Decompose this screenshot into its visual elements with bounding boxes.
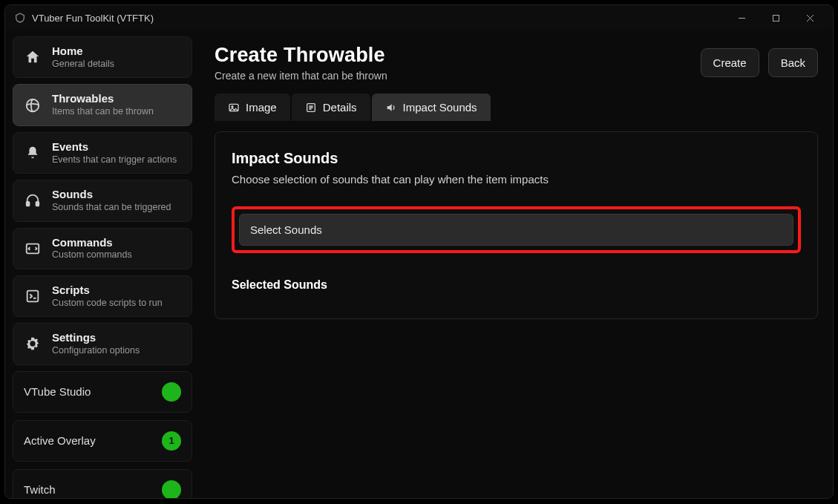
tab-image[interactable]: Image bbox=[215, 94, 290, 121]
nav-sublabel: Events that can trigger actions bbox=[52, 154, 177, 166]
page-subtitle: Create a new item that can be thrown bbox=[215, 70, 387, 82]
close-button[interactable] bbox=[793, 5, 827, 30]
nav-label: Throwables bbox=[52, 92, 154, 106]
window-buttons bbox=[724, 5, 827, 30]
headphones-icon bbox=[22, 190, 43, 211]
status-dot-icon bbox=[162, 480, 181, 499]
code-icon bbox=[22, 238, 43, 259]
page-title: Create Throwable bbox=[215, 44, 387, 67]
home-icon bbox=[22, 47, 43, 68]
svg-rect-2 bbox=[27, 202, 30, 206]
ball-icon bbox=[22, 95, 43, 116]
nav-text: Settings Configuration options bbox=[52, 331, 140, 356]
gear-icon bbox=[22, 333, 43, 354]
nav-text: Throwables Items that can be thrown bbox=[52, 92, 154, 117]
impact-sounds-panel: Impact Sounds Choose selection of sounds… bbox=[215, 131, 818, 319]
tabs: Image Details Impact Sounds bbox=[215, 94, 818, 121]
tab-details[interactable]: Details bbox=[292, 94, 370, 121]
app-window: VTuber Fun ToolKit (VTFTK) Home General … bbox=[4, 4, 834, 499]
nav-sublabel: Custom code scripts to run bbox=[52, 298, 163, 310]
panel-subtitle: Choose selection of sounds that can play… bbox=[232, 173, 801, 186]
status-badge: 1 bbox=[162, 431, 181, 451]
sidebar-item-sounds[interactable]: Sounds Sounds that can be triggered bbox=[13, 180, 192, 221]
nav-sublabel: Items that can be thrown bbox=[52, 106, 154, 118]
tab-label: Image bbox=[246, 101, 277, 114]
status-twitch[interactable]: Twitch bbox=[13, 469, 192, 499]
maximize-button[interactable] bbox=[759, 5, 793, 30]
nav-sublabel: General details bbox=[52, 59, 114, 71]
nav-label: Scripts bbox=[52, 284, 163, 298]
tab-label: Details bbox=[323, 101, 357, 114]
header-left: Create Throwable Create a new item that … bbox=[215, 44, 387, 82]
minimize-button[interactable] bbox=[724, 5, 759, 30]
status-label: VTube Studio bbox=[24, 385, 91, 398]
selected-sounds-heading: Selected Sounds bbox=[232, 278, 801, 292]
nav-label: Commands bbox=[52, 236, 132, 250]
sidebar-item-scripts[interactable]: Scripts Custom code scripts to run bbox=[13, 275, 192, 317]
sidebar-item-throwables[interactable]: Throwables Items that can be thrown bbox=[13, 84, 192, 125]
window-title: VTuber Fun ToolKit (VTFTK) bbox=[32, 13, 724, 24]
svg-rect-3 bbox=[36, 202, 39, 206]
sidebar-item-commands[interactable]: Commands Custom commands bbox=[13, 228, 192, 269]
status-active-overlay[interactable]: Active Overlay 1 bbox=[13, 420, 192, 462]
svg-point-1 bbox=[27, 99, 39, 111]
back-button[interactable]: Back bbox=[768, 48, 818, 77]
nav-text: Scripts Custom code scripts to run bbox=[52, 284, 163, 309]
app-icon bbox=[14, 12, 26, 24]
nav-text: Home General details bbox=[52, 45, 114, 70]
bell-icon bbox=[22, 143, 43, 163]
status-label: Active Overlay bbox=[24, 434, 96, 447]
sidebar-item-settings[interactable]: Settings Configuration options bbox=[13, 323, 192, 364]
sidebar: Home General details Throwables Items th… bbox=[5, 30, 200, 498]
body: Home General details Throwables Items th… bbox=[5, 30, 833, 498]
tab-impact-sounds[interactable]: Impact Sounds bbox=[372, 94, 491, 121]
nav-sublabel: Sounds that can be triggered bbox=[52, 202, 171, 214]
status-dot-icon bbox=[162, 382, 181, 402]
sidebar-item-home[interactable]: Home General details bbox=[13, 36, 192, 78]
nav-label: Events bbox=[52, 140, 177, 154]
nav-text: Events Events that can trigger actions bbox=[52, 140, 177, 166]
sidebar-item-events[interactable]: Events Events that can trigger actions bbox=[13, 132, 192, 174]
script-icon bbox=[22, 286, 43, 307]
nav-text: Commands Custom commands bbox=[52, 236, 132, 261]
panel-title: Impact Sounds bbox=[232, 150, 801, 167]
page-header: Create Throwable Create a new item that … bbox=[215, 44, 818, 82]
select-sounds-button[interactable]: Select Sounds bbox=[239, 214, 793, 246]
svg-point-7 bbox=[232, 105, 233, 107]
header-actions: Create Back bbox=[701, 48, 818, 77]
image-icon bbox=[228, 102, 240, 114]
sound-icon bbox=[385, 102, 397, 114]
select-sounds-highlight: Select Sounds bbox=[232, 206, 801, 253]
titlebar: VTuber Fun ToolKit (VTFTK) bbox=[5, 5, 833, 30]
nav-label: Home bbox=[52, 45, 114, 59]
status-group: VTube Studio Active Overlay 1 Twitch bbox=[13, 371, 192, 499]
nav-text: Sounds Sounds that can be triggered bbox=[52, 188, 171, 213]
tab-label: Impact Sounds bbox=[403, 101, 477, 114]
nav-label: Sounds bbox=[52, 188, 171, 202]
nav-sublabel: Custom commands bbox=[52, 249, 132, 261]
nav-sublabel: Configuration options bbox=[52, 345, 140, 357]
nav-label: Settings bbox=[52, 331, 140, 345]
create-button[interactable]: Create bbox=[701, 48, 759, 77]
status-label: Twitch bbox=[24, 483, 56, 496]
svg-rect-0 bbox=[773, 15, 779, 21]
details-icon bbox=[305, 102, 317, 114]
status-vtube-studio[interactable]: VTube Studio bbox=[13, 371, 192, 413]
main: Create Throwable Create a new item that … bbox=[200, 30, 833, 498]
